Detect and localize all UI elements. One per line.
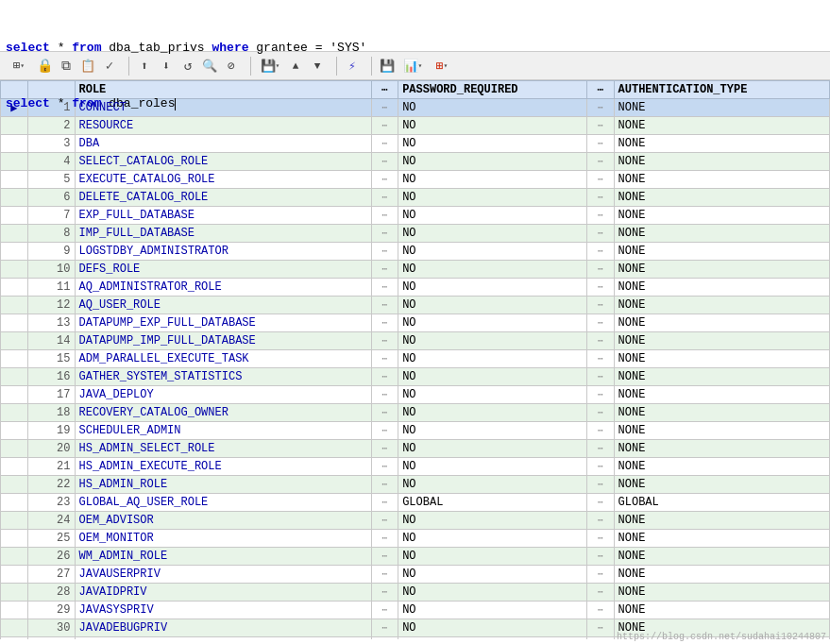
ellipsis-cell-1[interactable]: ⋯: [371, 297, 398, 314]
ellipsis-btn-2[interactable]: ⋯: [596, 568, 605, 580]
table-row[interactable]: 20HS_ADMIN_SELECT_ROLE⋯NO⋯NONE: [1, 440, 830, 458]
ellipsis-cell-2[interactable]: ⋯: [586, 440, 614, 458]
ellipsis-btn-1[interactable]: ⋯: [380, 192, 389, 203]
ellipsis-btn-1[interactable]: ⋯: [380, 461, 389, 472]
ellipsis-cell-2[interactable]: ⋯: [586, 350, 614, 368]
ellipsis-cell-2[interactable]: ⋯: [586, 243, 614, 261]
ellipsis-btn-1[interactable]: ⋯: [380, 622, 389, 634]
ellipsis-cell-1[interactable]: ⋯: [371, 584, 398, 602]
paste-button[interactable]: 📋: [77, 56, 98, 76]
ellipsis-cell-1[interactable]: ⋯: [371, 386, 398, 404]
ellipsis-cell-1[interactable]: ⋯: [371, 458, 398, 476]
ellipsis-btn-1[interactable]: ⋯: [380, 281, 389, 293]
ellipsis-btn-2[interactable]: ⋯: [596, 515, 605, 526]
table-row[interactable]: 8IMP_FULL_DATABASE⋯NO⋯NONE: [1, 225, 830, 243]
ellipsis-cell-2[interactable]: ⋯: [586, 530, 614, 548]
ellipsis-cell-2[interactable]: ⋯: [586, 314, 614, 332]
ellipsis-btn-1[interactable]: ⋯: [380, 586, 389, 598]
ellipsis-btn-1[interactable]: ⋯: [380, 299, 389, 311]
ellipsis-btn-2[interactable]: ⋯: [596, 138, 605, 149]
ellipsis-btn-2[interactable]: ⋯: [596, 551, 605, 562]
ellipsis-btn-2[interactable]: ⋯: [596, 174, 605, 185]
ellipsis-cell-1[interactable]: ⋯: [371, 476, 398, 494]
nav-down-button[interactable]: ▼: [307, 56, 328, 76]
copy-button[interactable]: ⧉: [56, 56, 76, 76]
ellipsis-btn-1[interactable]: ⋯: [380, 353, 389, 364]
refresh-button[interactable]: ↺: [178, 56, 198, 76]
ellipsis-cell-2[interactable]: ⋯: [586, 637, 614, 640]
table-row[interactable]: 19SCHEDULER_ADMIN⋯NO⋯NONE: [1, 422, 830, 440]
filter-button[interactable]: ⊘: [221, 56, 242, 76]
ellipsis-cell-1[interactable]: ⋯: [371, 314, 398, 332]
sort-asc-button[interactable]: ⬆: [134, 56, 155, 76]
ellipsis-cell-1[interactable]: ⋯: [371, 619, 398, 637]
ellipsis-cell-2[interactable]: ⋯: [586, 512, 614, 530]
ellipsis-btn-1[interactable]: ⋯: [380, 443, 389, 454]
ellipsis-btn-2[interactable]: ⋯: [596, 192, 605, 203]
ellipsis-cell-1[interactable]: ⋯: [371, 548, 398, 566]
ellipsis-cell-2[interactable]: ⋯: [586, 135, 614, 153]
grid-button[interactable]: ⊞ ▾: [5, 56, 33, 76]
table-row[interactable]: 30JAVADEBUGPRIV⋯NO⋯NONE: [1, 619, 830, 637]
col-ellipsis2[interactable]: ⋯: [586, 81, 614, 99]
table-row[interactable]: 22HS_ADMIN_ROLE⋯NO⋯NONE: [1, 476, 830, 494]
table-row[interactable]: 5EXECUTE_CATALOG_ROLE⋯NO⋯NONE: [1, 171, 830, 189]
ellipsis-btn-1[interactable]: ⋯: [380, 389, 389, 400]
table-row[interactable]: 18RECOVERY_CATALOG_OWNER⋯NO⋯NONE: [1, 404, 830, 422]
ellipsis-cell-1[interactable]: ⋯: [371, 512, 398, 530]
ellipsis-cell-2[interactable]: ⋯: [586, 476, 614, 494]
ellipsis-btn-1[interactable]: ⋯: [380, 263, 389, 275]
ellipsis-btn-1[interactable]: ⋯: [380, 228, 389, 239]
ellipsis-cell-1[interactable]: ⋯: [371, 243, 398, 261]
ellipsis-btn-1[interactable]: ⋯: [380, 210, 389, 221]
ellipsis-btn-1[interactable]: ⋯: [380, 425, 389, 436]
ellipsis-cell-2[interactable]: ⋯: [586, 494, 614, 512]
ellipsis-cell-1[interactable]: ⋯: [371, 332, 398, 350]
table-view-button[interactable]: ⊞ ▾: [428, 56, 456, 76]
col-role[interactable]: ROLE: [75, 81, 371, 99]
table-row[interactable]: 24OEM_ADVISOR⋯NO⋯NONE: [1, 512, 830, 530]
ellipsis-cell-1[interactable]: ⋯: [371, 440, 398, 458]
ellipsis-btn-2[interactable]: ⋯: [596, 389, 605, 400]
ellipsis-btn-1[interactable]: ⋯: [380, 407, 389, 418]
table-row[interactable]: 26WM_ADMIN_ROLE⋯NO⋯NONE: [1, 548, 830, 566]
ellipsis-btn-2[interactable]: ⋯: [596, 407, 605, 418]
table-row[interactable]: 17JAVA_DEPLOY⋯NO⋯NONE: [1, 386, 830, 404]
ellipsis-btn-2[interactable]: ⋯: [596, 156, 605, 167]
ellipsis-btn-2[interactable]: ⋯: [596, 120, 605, 131]
ellipsis-cell-2[interactable]: ⋯: [586, 297, 614, 314]
col-authentication-type[interactable]: AUTHENTICATION_TYPE: [614, 81, 829, 99]
commit-button[interactable]: 💾: [377, 56, 398, 76]
table-row[interactable]: 16GATHER_SYSTEM_STATISTICS⋯NO⋯NONE: [1, 368, 830, 386]
ellipsis-btn-2[interactable]: ⋯: [596, 281, 605, 293]
ellipsis-cell-2[interactable]: ⋯: [586, 207, 614, 225]
save-button[interactable]: 💾 ▾: [256, 56, 284, 76]
ellipsis-btn-1[interactable]: ⋯: [380, 174, 389, 185]
search-button[interactable]: 🔍: [199, 56, 220, 76]
ellipsis-btn-2[interactable]: ⋯: [596, 622, 605, 634]
col-password-required[interactable]: PASSWORD_REQUIRED: [398, 81, 587, 99]
ellipsis-cell-1[interactable]: ⋯: [371, 279, 398, 297]
ellipsis-btn-2[interactable]: ⋯: [596, 102, 605, 113]
ellipsis-cell-1[interactable]: ⋯: [371, 404, 398, 422]
ellipsis-cell-1[interactable]: ⋯: [371, 422, 398, 440]
ellipsis-btn-1[interactable]: ⋯: [380, 479, 389, 490]
ellipsis-cell-2[interactable]: ⋯: [586, 548, 614, 566]
ellipsis-cell-1[interactable]: ⋯: [371, 350, 398, 368]
ellipsis-btn-2[interactable]: ⋯: [596, 246, 605, 257]
table-row[interactable]: 3DBA⋯NO⋯NONE: [1, 135, 830, 153]
ellipsis-btn-2[interactable]: ⋯: [596, 479, 605, 490]
ellipsis-btn-2[interactable]: ⋯: [596, 533, 605, 544]
table-row[interactable]: 9LOGSTDBY_ADMINISTRATOR⋯NO⋯NONE: [1, 243, 830, 261]
ellipsis-btn-2[interactable]: ⋯: [596, 317, 605, 329]
table-row[interactable]: 25OEM_MONITOR⋯NO⋯NONE: [1, 530, 830, 548]
table-row[interactable]: 28JAVAIDPRIV⋯NO⋯NONE: [1, 584, 830, 602]
ellipsis-cell-2[interactable]: ⋯: [586, 279, 614, 297]
ellipsis-cell-1[interactable]: ⋯: [371, 637, 398, 640]
ellipsis-btn-1[interactable]: ⋯: [380, 246, 389, 257]
ellipsis-btn-1[interactable]: ⋯: [380, 533, 389, 544]
table-row[interactable]: 4SELECT_CATALOG_ROLE⋯NO⋯NONE: [1, 153, 830, 171]
ellipsis-cell-1[interactable]: ⋯: [371, 135, 398, 153]
ellipsis-cell-1[interactable]: ⋯: [371, 530, 398, 548]
ellipsis-cell-1[interactable]: ⋯: [371, 566, 398, 584]
